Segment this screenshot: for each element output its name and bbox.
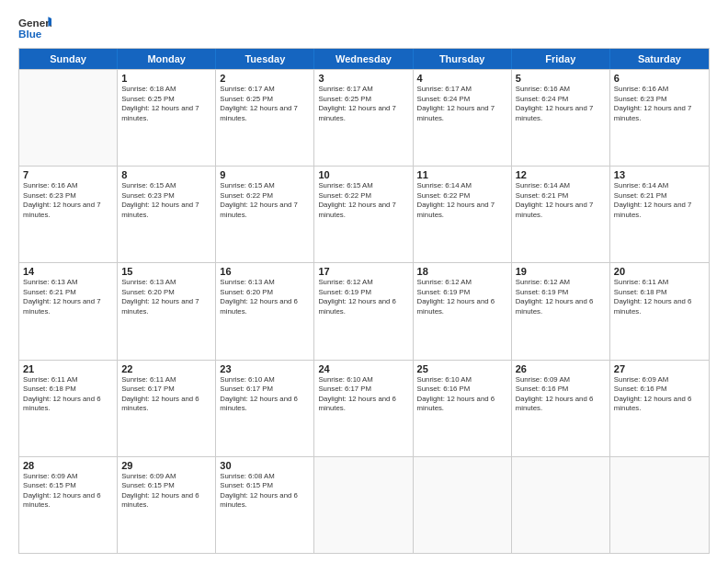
calendar-body: 1Sunrise: 6:18 AM Sunset: 6:25 PM Daylig…: [19, 69, 709, 553]
day-number: 16: [220, 266, 310, 277]
calendar-header: SundayMondayTuesdayWednesdayThursdayFrid…: [19, 49, 709, 69]
day-number: 9: [220, 169, 310, 180]
day-cell-28: 28Sunrise: 6:09 AM Sunset: 6:15 PM Dayli…: [19, 457, 118, 553]
day-cell-9: 9Sunrise: 6:15 AM Sunset: 6:22 PM Daylig…: [216, 167, 314, 262]
week-row-2: 7Sunrise: 6:16 AM Sunset: 6:23 PM Daylig…: [19, 166, 709, 262]
day-number: 29: [121, 460, 211, 471]
day-number: 11: [417, 169, 507, 180]
day-number: 5: [516, 73, 606, 84]
empty-cell: [512, 457, 610, 553]
day-number: 15: [121, 266, 211, 277]
day-cell-3: 3Sunrise: 6:17 AM Sunset: 6:25 PM Daylig…: [314, 70, 413, 166]
day-cell-1: 1Sunrise: 6:18 AM Sunset: 6:25 PM Daylig…: [118, 70, 216, 166]
day-cell-30: 30Sunrise: 6:08 AM Sunset: 6:15 PM Dayli…: [216, 457, 314, 553]
day-cell-12: 12Sunrise: 6:14 AM Sunset: 6:21 PM Dayli…: [512, 167, 610, 262]
cell-sun-info: Sunrise: 6:10 AM Sunset: 6:17 PM Dayligh…: [220, 375, 310, 414]
cell-sun-info: Sunrise: 6:13 AM Sunset: 6:20 PM Dayligh…: [121, 278, 211, 316]
day-number: 13: [614, 169, 705, 180]
day-number: 2: [220, 73, 310, 84]
cell-sun-info: Sunrise: 6:09 AM Sunset: 6:16 PM Dayligh…: [516, 375, 606, 414]
day-cell-29: 29Sunrise: 6:09 AM Sunset: 6:15 PM Dayli…: [118, 457, 216, 553]
cell-sun-info: Sunrise: 6:12 AM Sunset: 6:19 PM Dayligh…: [417, 278, 507, 316]
day-number: 3: [318, 73, 408, 84]
day-cell-23: 23Sunrise: 6:10 AM Sunset: 6:17 PM Dayli…: [216, 361, 314, 456]
cell-sun-info: Sunrise: 6:16 AM Sunset: 6:23 PM Dayligh…: [614, 85, 705, 123]
header-day-monday: Monday: [118, 49, 216, 69]
cell-sun-info: Sunrise: 6:17 AM Sunset: 6:25 PM Dayligh…: [318, 85, 408, 123]
day-number: 20: [614, 266, 705, 277]
day-cell-21: 21Sunrise: 6:11 AM Sunset: 6:18 PM Dayli…: [19, 361, 118, 456]
cell-sun-info: Sunrise: 6:11 AM Sunset: 6:18 PM Dayligh…: [23, 375, 113, 414]
cell-sun-info: Sunrise: 6:09 AM Sunset: 6:15 PM Dayligh…: [121, 472, 211, 511]
cell-sun-info: Sunrise: 6:17 AM Sunset: 6:24 PM Dayligh…: [417, 85, 507, 123]
day-number: 28: [23, 460, 113, 471]
logo: General Blue: [18, 15, 51, 40]
day-cell-13: 13Sunrise: 6:14 AM Sunset: 6:21 PM Dayli…: [610, 167, 709, 262]
cell-sun-info: Sunrise: 6:10 AM Sunset: 6:16 PM Dayligh…: [417, 375, 507, 414]
cell-sun-info: Sunrise: 6:14 AM Sunset: 6:21 PM Dayligh…: [516, 181, 606, 220]
empty-cell: [19, 70, 118, 166]
day-number: 26: [516, 363, 606, 374]
day-number: 1: [121, 73, 211, 84]
cell-sun-info: Sunrise: 6:10 AM Sunset: 6:17 PM Dayligh…: [318, 375, 408, 414]
week-row-5: 28Sunrise: 6:09 AM Sunset: 6:15 PM Dayli…: [19, 456, 709, 553]
header-day-thursday: Thursday: [414, 49, 512, 69]
page: General Blue SundayMondayTuesdayWednesda…: [0, 0, 728, 563]
day-cell-15: 15Sunrise: 6:13 AM Sunset: 6:20 PM Dayli…: [118, 263, 216, 359]
cell-sun-info: Sunrise: 6:16 AM Sunset: 6:24 PM Dayligh…: [516, 85, 606, 123]
empty-cell: [610, 457, 709, 553]
header-day-saturday: Saturday: [610, 49, 709, 69]
day-number: 4: [417, 73, 507, 84]
day-number: 22: [121, 363, 211, 374]
header-day-friday: Friday: [512, 49, 610, 69]
cell-sun-info: Sunrise: 6:15 AM Sunset: 6:22 PM Dayligh…: [318, 181, 408, 220]
svg-text:Blue: Blue: [18, 28, 42, 40]
calendar: SundayMondayTuesdayWednesdayThursdayFrid…: [18, 48, 710, 554]
day-cell-20: 20Sunrise: 6:11 AM Sunset: 6:18 PM Dayli…: [610, 263, 709, 359]
day-number: 25: [417, 363, 507, 374]
day-number: 8: [121, 169, 211, 180]
cell-sun-info: Sunrise: 6:17 AM Sunset: 6:25 PM Dayligh…: [220, 85, 310, 123]
day-cell-2: 2Sunrise: 6:17 AM Sunset: 6:25 PM Daylig…: [216, 70, 314, 166]
cell-sun-info: Sunrise: 6:09 AM Sunset: 6:15 PM Dayligh…: [23, 472, 113, 511]
day-cell-14: 14Sunrise: 6:13 AM Sunset: 6:21 PM Dayli…: [19, 263, 118, 359]
header-day-tuesday: Tuesday: [216, 49, 314, 69]
cell-sun-info: Sunrise: 6:14 AM Sunset: 6:22 PM Dayligh…: [417, 181, 507, 220]
cell-sun-info: Sunrise: 6:12 AM Sunset: 6:19 PM Dayligh…: [318, 278, 408, 316]
day-cell-22: 22Sunrise: 6:11 AM Sunset: 6:17 PM Dayli…: [118, 361, 216, 456]
header-day-wednesday: Wednesday: [314, 49, 413, 69]
day-cell-17: 17Sunrise: 6:12 AM Sunset: 6:19 PM Dayli…: [314, 263, 413, 359]
day-number: 27: [614, 363, 705, 374]
empty-cell: [314, 457, 413, 553]
day-cell-10: 10Sunrise: 6:15 AM Sunset: 6:22 PM Dayli…: [314, 167, 413, 262]
day-cell-11: 11Sunrise: 6:14 AM Sunset: 6:22 PM Dayli…: [414, 167, 512, 262]
day-number: 23: [220, 363, 310, 374]
header-day-sunday: Sunday: [19, 49, 118, 69]
day-number: 21: [23, 363, 113, 374]
cell-sun-info: Sunrise: 6:11 AM Sunset: 6:18 PM Dayligh…: [614, 278, 705, 316]
day-cell-18: 18Sunrise: 6:12 AM Sunset: 6:19 PM Dayli…: [414, 263, 512, 359]
day-cell-26: 26Sunrise: 6:09 AM Sunset: 6:16 PM Dayli…: [512, 361, 610, 456]
day-cell-16: 16Sunrise: 6:13 AM Sunset: 6:20 PM Dayli…: [216, 263, 314, 359]
cell-sun-info: Sunrise: 6:12 AM Sunset: 6:19 PM Dayligh…: [516, 278, 606, 316]
cell-sun-info: Sunrise: 6:15 AM Sunset: 6:22 PM Dayligh…: [220, 181, 310, 220]
day-cell-5: 5Sunrise: 6:16 AM Sunset: 6:24 PM Daylig…: [512, 70, 610, 166]
logo-icon: General Blue: [18, 15, 51, 40]
cell-sun-info: Sunrise: 6:18 AM Sunset: 6:25 PM Dayligh…: [121, 85, 211, 123]
day-cell-24: 24Sunrise: 6:10 AM Sunset: 6:17 PM Dayli…: [314, 361, 413, 456]
day-number: 17: [318, 266, 408, 277]
day-number: 12: [516, 169, 606, 180]
svg-marker-2: [48, 17, 51, 27]
cell-sun-info: Sunrise: 6:13 AM Sunset: 6:21 PM Dayligh…: [23, 278, 113, 316]
day-cell-27: 27Sunrise: 6:09 AM Sunset: 6:16 PM Dayli…: [610, 361, 709, 456]
week-row-1: 1Sunrise: 6:18 AM Sunset: 6:25 PM Daylig…: [19, 69, 709, 166]
day-number: 19: [516, 266, 606, 277]
day-number: 24: [318, 363, 408, 374]
day-number: 6: [614, 73, 705, 84]
day-cell-4: 4Sunrise: 6:17 AM Sunset: 6:24 PM Daylig…: [414, 70, 512, 166]
day-number: 14: [23, 266, 113, 277]
cell-sun-info: Sunrise: 6:09 AM Sunset: 6:16 PM Dayligh…: [614, 375, 705, 414]
day-number: 30: [220, 460, 310, 471]
day-cell-6: 6Sunrise: 6:16 AM Sunset: 6:23 PM Daylig…: [610, 70, 709, 166]
day-cell-7: 7Sunrise: 6:16 AM Sunset: 6:23 PM Daylig…: [19, 167, 118, 262]
